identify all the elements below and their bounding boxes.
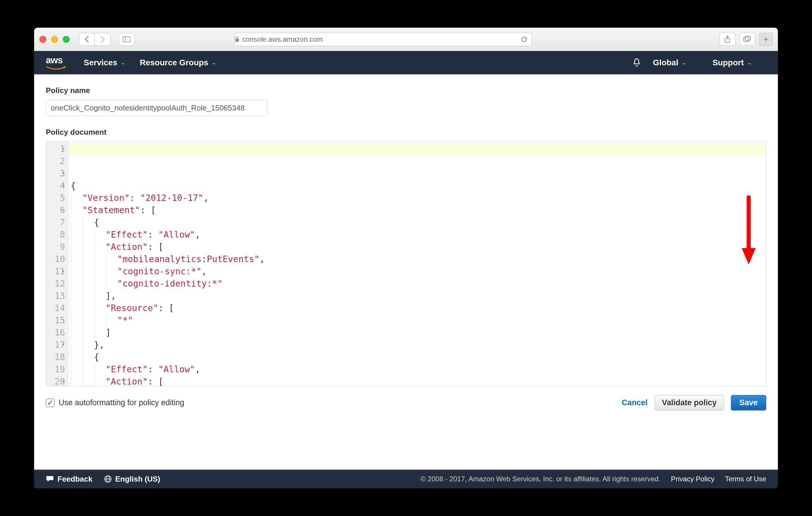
policy-document-label: Policy document [46, 128, 766, 137]
tabs-button[interactable] [740, 33, 755, 45]
code-line[interactable]: "Effect": "Allow", [70, 363, 766, 375]
save-button[interactable]: Save [731, 395, 766, 411]
titlebar-right: + [720, 33, 773, 46]
aws-logo[interactable]: aws [46, 55, 66, 71]
feedback-link[interactable]: Feedback [46, 475, 92, 484]
new-tab-button[interactable]: + [759, 33, 773, 46]
sidebar-icon [123, 36, 130, 42]
code-line[interactable]: "Effect": "Allow", [70, 229, 766, 241]
current-line-highlight [68, 143, 766, 155]
main-content: Policy name Policy document 123456789101… [34, 74, 778, 469]
line-number: 15 [46, 314, 65, 327]
line-number: 4 [46, 180, 65, 192]
code-line[interactable]: "mobileanalytics:PutEvents", [70, 253, 766, 265]
aws-logo-text: aws [46, 55, 66, 66]
autoformat-label: Use autoformatting for policy editing [59, 398, 184, 407]
address-bar[interactable]: console.aws.amazon.com [234, 33, 532, 46]
services-label: Services [84, 58, 117, 67]
code-line[interactable]: "Resource": [ [70, 302, 766, 314]
code-line[interactable]: { [70, 216, 766, 229]
code-line[interactable]: }, [70, 339, 766, 351]
close-window-button[interactable] [39, 36, 47, 43]
line-number: 18 [46, 351, 65, 363]
speech-bubble-icon [46, 476, 54, 483]
sidebar-toggle-button[interactable] [119, 33, 135, 46]
terms-of-use-link[interactable]: Terms of Use [725, 475, 766, 483]
chevron-down-icon: ⌄ [747, 59, 752, 66]
aws-smile-icon [46, 66, 66, 71]
region-menu[interactable]: Global ⌄ [653, 58, 686, 67]
line-number: 9 [46, 241, 65, 253]
forward-button[interactable] [95, 33, 111, 46]
language-selector[interactable]: English (US) [104, 475, 161, 484]
plus-icon: + [763, 34, 768, 44]
aws-footer: Feedback English (US) © 2008 - 2017, Ama… [34, 469, 778, 488]
code-line[interactable]: "Statement": [ [70, 204, 766, 216]
region-label: Global [653, 58, 678, 67]
notifications-icon[interactable] [632, 58, 641, 67]
action-buttons: Cancel Validate policy Save [622, 395, 766, 411]
line-number: 13 [46, 290, 65, 302]
code-line[interactable]: "Action": [ [70, 241, 766, 253]
line-number: 2 [46, 155, 65, 167]
line-number: 6 [46, 204, 65, 216]
arrow-annotation-icon [740, 195, 757, 266]
privacy-policy-link[interactable]: Privacy Policy [671, 475, 714, 483]
browser-titlebar: console.aws.amazon.com + [34, 28, 778, 51]
url-text: console.aws.amazon.com [242, 35, 323, 43]
code-line[interactable]: "*" [70, 314, 766, 327]
policy-name-input[interactable] [46, 100, 267, 116]
line-number: 14 [46, 302, 65, 314]
line-number-gutter: 1234567891011121314151617181920 [46, 142, 68, 386]
code-line[interactable]: ], [70, 290, 766, 302]
services-menu[interactable]: Services ⌄ [84, 58, 125, 67]
globe-icon [104, 475, 112, 483]
share-icon [724, 35, 731, 43]
chevron-down-icon: ⌄ [121, 59, 125, 66]
window-controls [39, 36, 70, 43]
cancel-button[interactable]: Cancel [622, 398, 648, 407]
svg-rect-4 [744, 37, 749, 41]
code-line[interactable]: "cognito-identity:*" [70, 277, 766, 290]
copyright-text: © 2008 - 2017, Amazon Web Services, Inc.… [420, 475, 661, 483]
aws-header: aws Services ⌄ Resource Groups ⌄ Global … [34, 51, 778, 74]
chevron-left-icon [84, 35, 90, 43]
resource-groups-label: Resource Groups [140, 58, 208, 67]
line-number: 1 [46, 143, 65, 155]
svg-marker-7 [742, 248, 756, 265]
header-right: Global ⌄ Support ⌄ [632, 58, 766, 67]
feedback-label: Feedback [57, 475, 92, 484]
maximize-window-button[interactable] [63, 36, 70, 43]
share-button[interactable] [720, 33, 735, 45]
code-line[interactable]: "cognito-sync:*", [70, 265, 766, 277]
reload-icon[interactable] [521, 36, 528, 43]
validate-policy-button[interactable]: Validate policy [655, 395, 724, 411]
resource-groups-menu[interactable]: Resource Groups ⌄ [140, 58, 216, 67]
chevron-down-icon: ⌄ [212, 59, 216, 66]
line-number: 17 [46, 339, 65, 351]
svg-rect-5 [745, 36, 750, 40]
line-number: 11 [46, 265, 65, 277]
line-number: 20 [46, 375, 65, 386]
support-menu[interactable]: Support ⌄ [713, 58, 752, 67]
autoformat-checkbox[interactable] [46, 398, 55, 407]
minimize-window-button[interactable] [51, 36, 58, 43]
line-number: 16 [46, 327, 65, 339]
nav-buttons [79, 33, 111, 46]
code-line[interactable]: ] [70, 327, 766, 339]
code-area[interactable]: {"Version": "2012-10-17","Statement": [{… [68, 142, 766, 386]
code-line[interactable]: { [70, 351, 766, 363]
chevron-right-icon [100, 35, 105, 43]
code-editor[interactable]: 1234567891011121314151617181920 {"Versio… [46, 142, 766, 386]
code-line[interactable]: "Version": "2012-10-17", [70, 192, 766, 204]
line-number: 12 [46, 277, 65, 290]
language-label: English (US) [115, 475, 161, 484]
policy-name-label: Policy name [46, 86, 766, 95]
line-number: 10 [46, 253, 65, 265]
support-label: Support [713, 58, 744, 67]
svg-rect-0 [123, 37, 130, 42]
code-line[interactable]: "Action": [ [70, 375, 766, 386]
back-button[interactable] [79, 33, 95, 46]
svg-rect-2 [235, 39, 239, 42]
code-line[interactable]: { [70, 180, 766, 192]
